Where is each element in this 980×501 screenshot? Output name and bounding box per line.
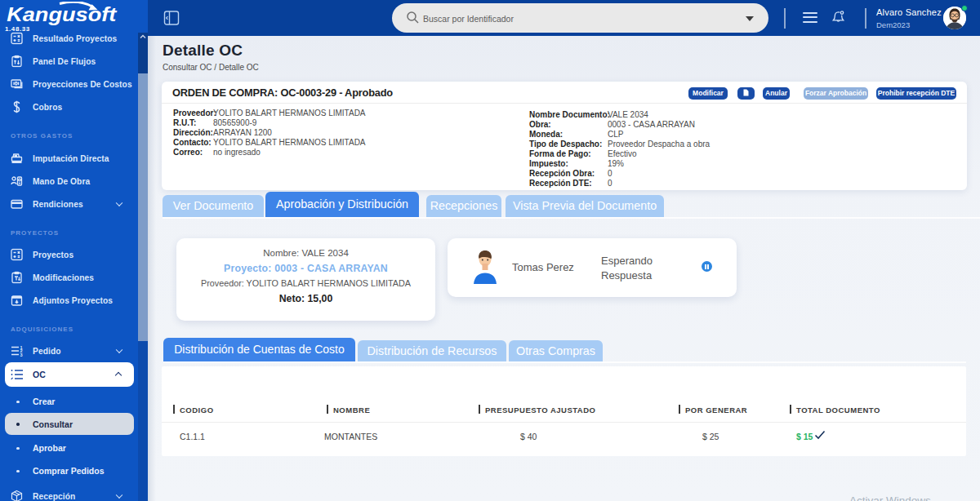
svg-text:Kangusoft: Kangusoft: [7, 4, 118, 25]
svg-text:3: 3: [20, 352, 23, 357]
